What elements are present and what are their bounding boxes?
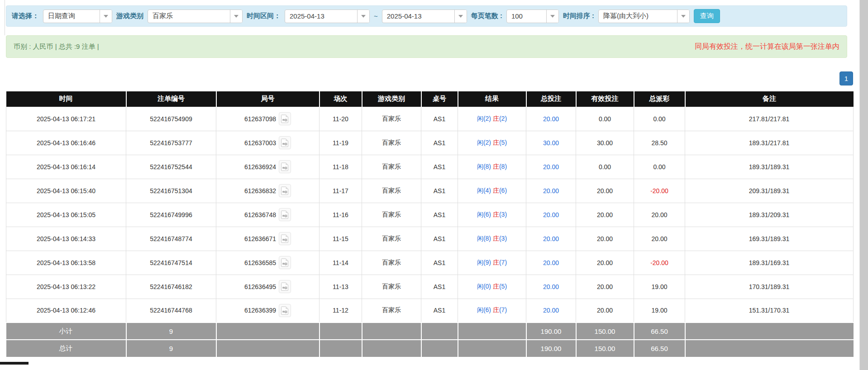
date-from-arrow[interactable] <box>357 10 369 23</box>
cell-table-no: AS1 <box>421 203 458 227</box>
total-bet-link[interactable]: 30.00 <box>543 139 559 147</box>
cell-time: 2025-04-13 06:14:33 <box>6 227 126 251</box>
game-type-select[interactable]: 百家乐 <box>148 9 243 23</box>
cell-result: 闲(9) 庄(7) <box>458 251 526 275</box>
total-bet-link[interactable]: 20.00 <box>543 211 559 218</box>
date-from-select[interactable]: 2025-04-13 <box>285 9 370 23</box>
banker-result: 庄 <box>493 187 499 194</box>
sort-order-select[interactable]: 降冪(由大到小) <box>598 9 690 23</box>
cell-table-no: AS1 <box>421 155 458 179</box>
cell-payout: 19.00 <box>634 299 685 323</box>
player-result: 闲(6) <box>477 306 491 313</box>
cell-game-type: 百家乐 <box>362 179 421 203</box>
date-to-arrow[interactable] <box>454 10 467 23</box>
cell-session: 11-15 <box>320 227 362 251</box>
vertical-scrollbar[interactable] <box>859 0 868 370</box>
cell-remark: 189.31/169.31 <box>685 251 854 275</box>
cell-game-type: 百家乐 <box>362 107 421 131</box>
cell-total-bet: 20.00 <box>526 299 576 323</box>
cell-round-id: 612636495 <box>216 275 320 299</box>
video-file-icon <box>281 258 289 267</box>
cell-remark: 170.31/189.31 <box>685 275 854 299</box>
cell-time: 2025-04-13 06:12:46 <box>6 299 126 323</box>
total-bet-link[interactable]: 20.00 <box>543 307 559 314</box>
page-size-select[interactable]: 100 <box>506 9 559 23</box>
cell-bet-id: 522416746182 <box>126 275 216 299</box>
query-type-arrow[interactable] <box>100 10 112 23</box>
cell-round-id: 612636671 <box>216 227 320 251</box>
cell-game-type: 百家乐 <box>362 203 421 227</box>
video-replay-button[interactable] <box>279 304 291 317</box>
search-button[interactable]: 查询 <box>694 9 720 23</box>
cell-valid-bet: 0.00 <box>576 155 634 179</box>
round-id-text: 612636495 <box>244 283 276 290</box>
subtotal-payout: 66.50 <box>634 323 685 340</box>
video-replay-button[interactable] <box>279 160 291 173</box>
left-edge-divider <box>5 0 5 35</box>
video-replay-button[interactable] <box>279 208 291 221</box>
cell-game-type: 百家乐 <box>362 251 421 275</box>
cell-payout: 28.50 <box>634 131 685 155</box>
banker-result: 庄 <box>493 211 499 218</box>
video-replay-button[interactable] <box>279 184 291 197</box>
total-bet-link[interactable]: 20.00 <box>543 163 559 171</box>
page-size-arrow[interactable] <box>546 10 558 23</box>
betting-records-page: 请选择： 日期查询 游戏类别 百家乐 时间区间： 2025-04-13 ~ 20… <box>0 0 868 370</box>
window-edge-artifact <box>0 362 29 365</box>
col-payout: 总派彩 <box>634 91 685 107</box>
total-total-bet: 190.00 <box>526 340 576 357</box>
page-1-button[interactable]: 1 <box>839 71 853 85</box>
banker-result: 庄 <box>493 283 499 290</box>
video-replay-button[interactable] <box>279 232 291 245</box>
currency-total-text: 币别 : 人民币 | 总共 :9 注单 | <box>14 43 99 51</box>
cell-time: 2025-04-13 06:15:40 <box>6 179 126 203</box>
query-type-select[interactable]: 日期查询 <box>43 9 112 23</box>
total-bet-link[interactable]: 20.00 <box>543 235 559 242</box>
col-remark: 备注 <box>685 91 854 107</box>
table-row: 2025-04-13 06:14:33 522416748774 6126366… <box>6 227 854 251</box>
banker-points: (5) <box>499 139 507 146</box>
video-replay-button[interactable] <box>279 112 291 125</box>
chevron-down-icon <box>234 15 238 18</box>
date-from-value: 2025-04-13 <box>285 12 357 20</box>
cell-table-no: AS1 <box>421 275 458 299</box>
video-file-icon <box>281 186 289 195</box>
round-id-text: 612636399 <box>244 307 276 314</box>
total-bet-link[interactable]: 20.00 <box>543 187 559 194</box>
player-result: 闲(2) <box>477 115 491 122</box>
cell-time: 2025-04-13 06:16:14 <box>6 155 126 179</box>
round-id-text: 612636671 <box>244 235 276 242</box>
total-bet-link[interactable]: 20.00 <box>543 283 559 290</box>
subtotal-row: 小计 9 190.00 150.00 66.50 <box>6 323 854 340</box>
cell-session: 11-17 <box>320 179 362 203</box>
round-id-text: 612637098 <box>244 115 276 123</box>
round-id-text: 612636832 <box>244 187 276 194</box>
banker-points: (6) <box>499 187 507 194</box>
banker-points: (7) <box>499 306 507 313</box>
video-replay-button[interactable] <box>279 136 291 149</box>
cell-result: 闲(6) 庄(7) <box>458 299 526 323</box>
chevron-down-icon <box>550 15 555 18</box>
table-row: 2025-04-13 06:16:46 522416753777 6126370… <box>6 131 854 155</box>
player-result: 闲(8) <box>477 163 491 170</box>
cell-valid-bet: 20.00 <box>576 179 634 203</box>
sort-order-label: 时间排序 : <box>563 12 594 20</box>
player-result: 闲(0) <box>477 283 491 290</box>
col-table-no: 桌号 <box>421 91 458 107</box>
cell-session: 11-14 <box>320 251 362 275</box>
video-replay-button[interactable] <box>279 280 291 293</box>
game-type-arrow[interactable] <box>230 10 242 23</box>
subtotal-count: 9 <box>126 323 216 340</box>
col-time: 时间 <box>6 91 126 107</box>
video-file-icon <box>281 162 289 171</box>
filter-bar: 请选择： 日期查询 游戏类别 百家乐 时间区间： 2025-04-13 ~ 20… <box>6 5 847 27</box>
table-row: 2025-04-13 06:15:40 522416751304 6126368… <box>6 179 854 203</box>
total-bet-link[interactable]: 20.00 <box>543 115 559 123</box>
date-to-select[interactable]: 2025-04-13 <box>382 9 467 23</box>
cell-time: 2025-04-13 06:17:21 <box>6 107 126 131</box>
table-row: 2025-04-13 06:17:21 522416754909 6126370… <box>6 107 854 131</box>
video-replay-button[interactable] <box>279 256 291 269</box>
sort-order-arrow[interactable] <box>677 10 689 23</box>
pagination: 1 <box>6 71 853 85</box>
total-bet-link[interactable]: 20.00 <box>543 259 559 266</box>
